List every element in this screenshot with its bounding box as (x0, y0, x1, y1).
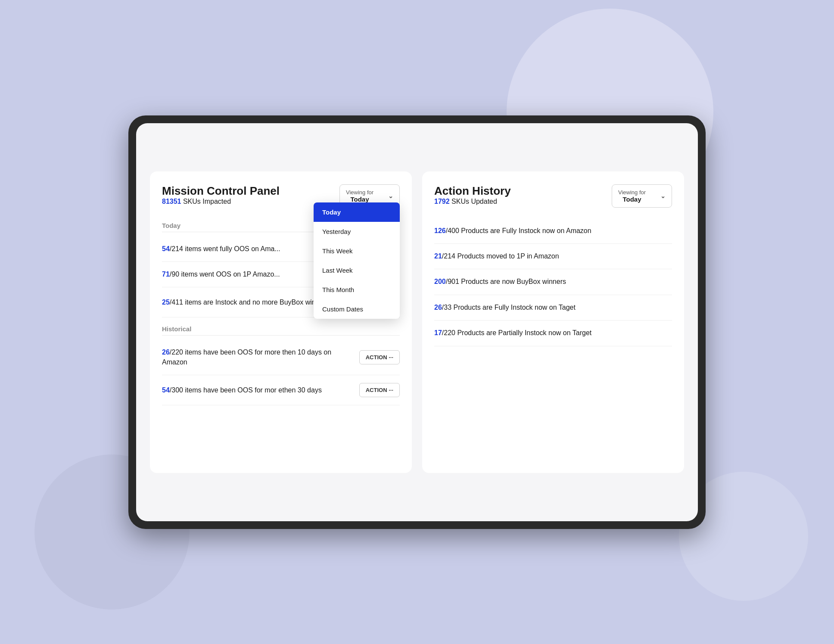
device-screen: Mission Control Panel 81351 SKUs Impacte… (136, 123, 698, 521)
item-num: 71 (162, 271, 170, 278)
right-dropdown-line2: Today (618, 196, 646, 203)
dropdown-option-this-week[interactable]: This Week (314, 241, 400, 261)
right-panel: Action History 1792 SKUs Updated Viewing… (422, 171, 684, 473)
right-panel-title-block: Action History 1792 SKUs Updated (434, 184, 511, 216)
chevron-down-icon: ⌄ (388, 193, 393, 199)
action-history-item: 126/400 Products are Fully Instock now o… (434, 218, 672, 244)
action-item-num: 126 (434, 227, 446, 234)
action-item-text: /400 Products are Fully Instock now on A… (446, 227, 591, 234)
list-item: 54/300 items have been OOS for mor ethen… (162, 375, 400, 405)
dropdown-option-custom-dates[interactable]: Custom Dates (314, 299, 400, 319)
right-panel-header: Action History 1792 SKUs Updated Viewing… (434, 184, 672, 216)
dropdown-option-this-month[interactable]: This Month (314, 280, 400, 299)
item-num: 54 (162, 245, 170, 252)
right-panel-title: Action History (434, 184, 511, 198)
left-panel: Mission Control Panel 81351 SKUs Impacte… (150, 171, 412, 473)
action-item-num: 200 (434, 278, 446, 285)
item-rest: /220 items have been OOS for more then 1… (162, 348, 331, 365)
right-panel-subtitle-text: SKUs Updated (450, 198, 497, 205)
action-history-item: 21/214 Products moved to 1P in Amazon (434, 244, 672, 269)
action-history-item: 26/33 Products are Fully Instock now on … (434, 295, 672, 320)
action-item-text: /214 Products moved to 1P in Amazon (442, 252, 559, 260)
left-panel-count: 81351 (162, 198, 181, 205)
item-text: 26/220 items have been OOS for more then… (162, 348, 354, 367)
item-num: 26 (162, 348, 170, 356)
left-panel-dropdown-overlay: Today Yesterday This Week Last Week This… (314, 202, 400, 319)
action-item-num: 21 (434, 252, 442, 260)
item-rest: /214 items went fully OOS on Ama... (170, 245, 280, 252)
left-panel-subtitle: 81351 SKUs Impacted (162, 198, 280, 205)
panels-container: Mission Control Panel 81351 SKUs Impacte… (150, 171, 684, 473)
right-panel-count: 1792 (434, 198, 450, 205)
item-num: 25 (162, 299, 170, 306)
left-panel-title: Mission Control Panel (162, 184, 280, 198)
item-rest: /300 items have been OOS for mor ethen 3… (170, 386, 322, 394)
right-dropdown-labels: Viewing for Today (618, 189, 646, 203)
device-frame: Mission Control Panel 81351 SKUs Impacte… (128, 115, 706, 529)
item-rest: /411 items are Instock and no more BuyBo… (170, 299, 326, 306)
action-item-text: /220 Products are Partially Instock now … (442, 329, 591, 336)
dropdown-option-yesterday[interactable]: Yesterday (314, 222, 400, 241)
dropdown-option-last-week[interactable]: Last Week (314, 261, 400, 280)
item-num: 54 (162, 386, 170, 394)
action-item-text: /33 Products are Fully Instock now on Ta… (442, 304, 576, 311)
action-item-num: 26 (434, 304, 442, 311)
left-dropdown-labels: Viewing for Today (346, 189, 373, 203)
left-panel-subtitle-text: SKUs Impacted (181, 198, 231, 205)
item-text: 54/300 items have been OOS for mor ethen… (162, 386, 354, 395)
item-rest: /90 items went OOS on 1P Amazo... (170, 271, 280, 278)
right-dropdown-line1: Viewing for (618, 189, 646, 196)
chevron-down-icon: ⌄ (660, 193, 666, 199)
left-dropdown-line1: Viewing for (346, 189, 373, 196)
right-panel-dropdown-btn[interactable]: Viewing for Today ⌄ (612, 184, 672, 208)
action-history-item: 17/220 Products are Partially Instock no… (434, 320, 672, 346)
action-item-text: /901 Products are now BuyBox winners (446, 278, 566, 285)
action-history-item: 200/901 Products are now BuyBox winners (434, 269, 672, 295)
section-label-historical: Historical (162, 322, 400, 336)
list-item: 26/220 items have been OOS for more then… (162, 340, 400, 375)
action-item-num: 17 (434, 329, 442, 336)
left-panel-title-block: Mission Control Panel 81351 SKUs Impacte… (162, 184, 280, 216)
dropdown-option-today[interactable]: Today (314, 202, 400, 222)
action-button-oos-10[interactable]: ACTION ··· (359, 350, 400, 364)
left-dropdown-line2: Today (346, 196, 373, 203)
right-panel-subtitle: 1792 SKUs Updated (434, 198, 511, 205)
action-button-oos-30[interactable]: ACTION ··· (359, 383, 400, 397)
